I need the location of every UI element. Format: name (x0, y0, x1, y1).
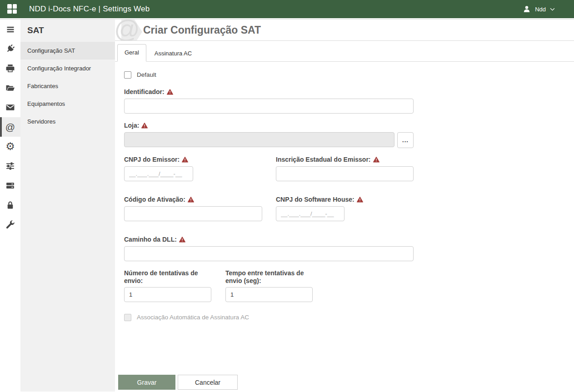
sidebar-item-fabricantes[interactable]: Fabricantes (20, 77, 115, 95)
user-menu[interactable]: Ndd (523, 5, 555, 13)
warning-icon (167, 89, 173, 95)
default-checkbox-row: Default (124, 71, 574, 79)
rail-item-tools[interactable] (0, 215, 20, 234)
loja-browse-button[interactable]: ... (397, 132, 414, 148)
lock-icon (5, 200, 15, 210)
cnpj-software-group: CNPJ do Software House: (276, 196, 363, 221)
at-icon: @ (5, 122, 15, 132)
assoc-checkbox (124, 314, 131, 321)
app-title: NDD i-Docs NFC-e | Settings Web (29, 5, 150, 14)
at-watermark-icon: @ (115, 20, 144, 41)
tentativas-group: Número de tentativas de envio: (124, 269, 225, 302)
codigo-ativacao-group: Código de Ativação: (124, 196, 276, 221)
printer-icon (5, 64, 15, 73)
tempo-group: Tempo entre tentativas de envio (seg): (225, 269, 313, 302)
warning-icon (373, 157, 379, 163)
cnpj-software-label: CNPJ do Software House: (276, 196, 363, 203)
server-icon (5, 181, 15, 190)
tempo-input[interactable] (225, 287, 313, 302)
cnpj-emissor-label: CNPJ do Emissor: (124, 156, 276, 164)
tempo-label: Tempo entre tentativas de envio (seg): (225, 269, 313, 285)
sidebar-item-equipamentos[interactable]: Equipamentos (20, 95, 115, 113)
logo-square (13, 4, 17, 9)
form-geral: Default Identificador: Loja: (115, 62, 574, 390)
wrench-icon (5, 220, 15, 229)
warning-icon (357, 197, 363, 203)
rail-item-nfce[interactable]: @ (0, 117, 20, 137)
gear-icon: ⚙ (5, 141, 15, 152)
page-header: @ Criar Configuração SAT (115, 20, 574, 41)
rail-item-preferences[interactable] (0, 156, 20, 176)
cnpj-software-input[interactable] (276, 206, 344, 221)
warning-icon (179, 237, 185, 243)
form-actions: Gravar Cancelar (118, 375, 574, 390)
codigo-ativacao-label: Código de Ativação: (124, 196, 276, 203)
tentativas-row: Número de tentativas de envio: Tempo ent… (124, 269, 574, 302)
sat-sidebar: SAT Configuração SAT Configuração Integr… (20, 20, 115, 392)
cnpj-emissor-group: CNPJ do Emissor: (124, 156, 276, 181)
icon-rail: @ ⚙ (0, 20, 20, 392)
rail-item-email[interactable] (0, 98, 20, 117)
identificador-label: Identificador: (124, 88, 574, 96)
user-name: Ndd (535, 6, 546, 13)
warning-icon (182, 157, 188, 163)
tentativas-input[interactable] (124, 287, 211, 302)
rail-item-settings[interactable]: ⚙ (0, 137, 20, 156)
codigo-ativacao-input[interactable] (124, 206, 262, 221)
rail-item-servers[interactable] (0, 176, 20, 195)
sidebar-title: SAT (20, 20, 115, 42)
identificador-group: Identificador: (124, 88, 574, 114)
folder-open-icon (5, 83, 15, 93)
rail-item-connections[interactable] (0, 39, 20, 59)
menu-icon (6, 25, 15, 34)
page-title: Criar Configuração SAT (143, 24, 261, 36)
tab-geral[interactable]: Geral (117, 44, 146, 62)
loja-label: Loja: (124, 122, 574, 129)
topbar: NDD i-Docs NFC-e | Settings Web Ndd (0, 0, 574, 18)
default-checkbox[interactable] (124, 71, 131, 79)
rail-item-security[interactable] (0, 195, 20, 215)
sliders-icon (5, 161, 15, 171)
tab-bar: Geral Assinatura AC (115, 44, 574, 62)
codigo-cnpjsh-row: Código de Ativação: CNPJ do Software Hou… (124, 196, 574, 221)
cancel-button[interactable]: Cancelar (178, 375, 238, 390)
loja-group: Loja: ... (124, 122, 574, 148)
menu-toggle-button[interactable] (0, 20, 20, 39)
main-content: @ Criar Configuração SAT Geral Assinatur… (115, 20, 574, 392)
assoc-label: Associação Automática de Assinatura AC (137, 314, 249, 321)
default-label: Default (137, 71, 156, 78)
logo-square (13, 10, 17, 14)
caminho-dll-group: Caminho da DLL: (124, 236, 574, 261)
envelope-icon (5, 103, 15, 112)
cnpj-inscricao-row: CNPJ do Emissor: Inscrição Estadual do E… (124, 156, 574, 181)
rail-item-printers[interactable] (0, 59, 20, 78)
rail-item-files[interactable] (0, 78, 20, 98)
plug-icon (5, 44, 15, 54)
tab-assinatura-ac[interactable]: Assinatura AC (146, 45, 200, 62)
sidebar-item-configuracao-sat[interactable]: Configuração SAT (20, 42, 115, 60)
chevron-down-icon (550, 8, 555, 11)
warning-icon (188, 197, 194, 203)
caminho-dll-label: Caminho da DLL: (124, 236, 574, 243)
tentativas-label: Número de tentativas de envio: (124, 269, 211, 285)
identificador-input[interactable] (124, 99, 414, 114)
user-icon (523, 5, 531, 13)
loja-input (124, 132, 394, 147)
assoc-checkbox-row: Associação Automática de Assinatura AC (124, 313, 574, 321)
warning-icon (141, 123, 148, 129)
cnpj-emissor-input[interactable] (124, 166, 193, 181)
sidebar-item-configuracao-integrador[interactable]: Configuração Integrador (20, 60, 115, 77)
logo-square (7, 10, 12, 14)
logo-square (7, 4, 12, 9)
app-logo-icon[interactable] (7, 4, 17, 14)
save-button[interactable]: Gravar (118, 375, 175, 390)
sidebar-item-servidores[interactable]: Servidores (20, 113, 115, 130)
inscricao-label: Inscrição Estadual do Emissor: (276, 156, 414, 164)
inscricao-group: Inscrição Estadual do Emissor: (276, 156, 414, 181)
caminho-dll-input[interactable] (124, 246, 414, 261)
inscricao-input[interactable] (276, 166, 414, 181)
